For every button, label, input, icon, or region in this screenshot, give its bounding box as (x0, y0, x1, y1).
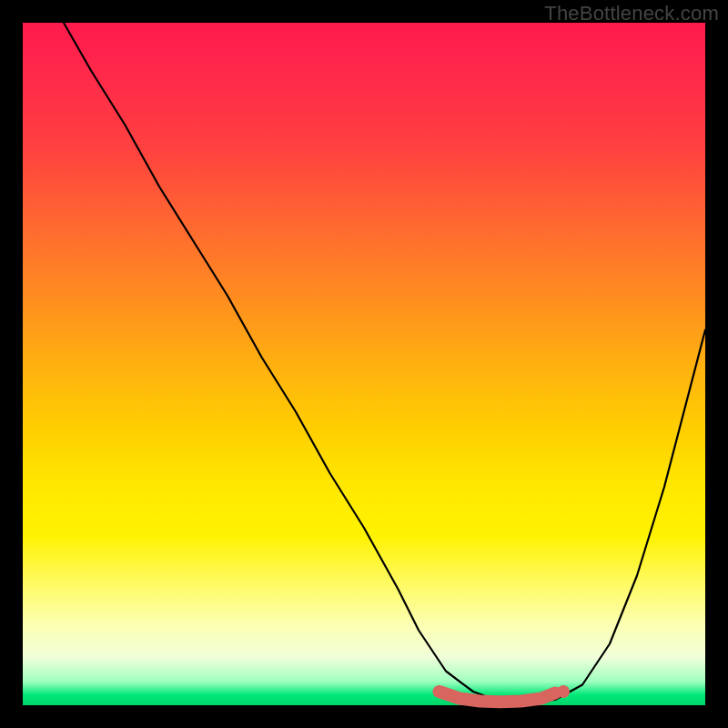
optimal-range-end-dot (557, 685, 570, 698)
watermark-text: TheBottleneck.com (544, 2, 719, 25)
optimal-range-line (440, 692, 556, 702)
bottleneck-curve-line (64, 23, 705, 702)
chart-svg (23, 23, 705, 705)
chart-container: TheBottleneck.com (0, 0, 728, 728)
